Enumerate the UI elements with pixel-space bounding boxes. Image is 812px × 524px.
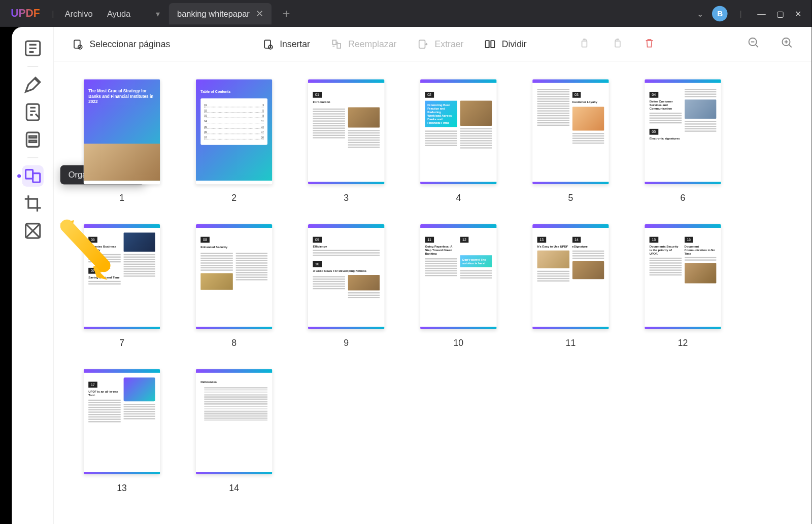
zoom-out-icon[interactable]: [747, 36, 760, 52]
page-thumb[interactable]: 02 Promoting Best Practice and Reducing …: [420, 79, 497, 202]
thumb-5: 03 Customer Loyalty: [532, 79, 609, 184]
page-grid: The Most Crucial Strategy for Banks and …: [54, 61, 812, 524]
menu-help[interactable]: Ayuda: [107, 9, 130, 18]
active-indicator: [17, 174, 21, 178]
page-number: 13: [117, 482, 127, 493]
divider: |: [52, 9, 54, 18]
select-pages-label: Seleccionar páginas: [89, 39, 170, 49]
page-thumb[interactable]: Table of Contents 013 025 038 0411 0514 …: [196, 79, 273, 202]
maximize-icon[interactable]: ▢: [776, 9, 784, 18]
window-controls: — ▢ ✕: [757, 9, 802, 18]
page-number: 5: [568, 193, 573, 203]
delete-icon[interactable]: [644, 37, 656, 51]
page-number: 4: [456, 193, 461, 203]
sidebar-separator: [27, 66, 38, 67]
thumb-13: 17 UPDF is an all-in-one Tool.: [84, 369, 160, 474]
account-chevron-icon[interactable]: ⌄: [697, 9, 704, 18]
page-thumb[interactable]: 03 Customer Loyalty 5: [532, 79, 609, 202]
divider: |: [739, 9, 741, 18]
thumb-3: 01 Introduction: [308, 79, 385, 184]
page-thumb[interactable]: The Most Crucial Strategy for Banks and …: [84, 79, 160, 202]
new-tab-button[interactable]: ＋: [280, 6, 292, 22]
split-label: Dividir: [502, 39, 527, 49]
reader-mode-icon[interactable]: [22, 38, 43, 59]
select-pages-button[interactable]: Seleccionar páginas: [72, 38, 170, 50]
svg-rect-2: [26, 132, 39, 147]
page-number: 12: [678, 338, 688, 348]
page-thumb[interactable]: 15 Documents Security is the priority of…: [645, 224, 721, 347]
thumb-10: 11 Going Paperless: A Step Toward Green …: [420, 224, 497, 329]
thumb2-title: Table of Contents: [200, 90, 267, 94]
split-button[interactable]: Dividir: [484, 38, 526, 50]
thumb-14: References: [196, 369, 273, 474]
page-number: 14: [229, 482, 239, 493]
avatar[interactable]: B: [712, 6, 728, 21]
rotate-right-icon[interactable]: [612, 37, 624, 51]
svg-rect-15: [485, 41, 489, 48]
thumb-9: 09 Efficiency 10 A Good News For Develop…: [308, 224, 385, 329]
page-thumb[interactable]: 06 Promotes Business Globally 07 Saving …: [84, 224, 160, 347]
page-thumb[interactable]: References 14: [196, 369, 273, 493]
svg-rect-13: [337, 43, 341, 48]
page-number: 11: [565, 338, 576, 348]
svg-rect-17: [582, 41, 587, 47]
crop-tool-icon[interactable]: [22, 193, 43, 214]
tab-close-icon[interactable]: ✕: [256, 8, 263, 19]
svg-rect-3: [29, 136, 36, 138]
svg-rect-4: [29, 141, 36, 143]
svg-rect-12: [332, 40, 336, 45]
page-thumb[interactable]: 08 Enhanced Security 8: [196, 224, 273, 347]
page-thumb[interactable]: 13 It's Easy to Use UPDF 14 eSignature: [532, 224, 609, 347]
close-icon[interactable]: ✕: [795, 9, 802, 18]
sidebar: Organizar páginas: [12, 27, 54, 524]
svg-rect-5: [25, 170, 32, 179]
page-thumb[interactable]: 04 Better Customer Services and Communic…: [645, 79, 721, 202]
edit-tool-icon[interactable]: [22, 101, 43, 123]
rotate-left-icon[interactable]: [579, 37, 591, 51]
sidebar-separator: [27, 157, 38, 158]
toolbar: Seleccionar páginas Insertar Reemplazar …: [54, 27, 812, 61]
replace-button[interactable]: Reemplazar: [330, 38, 396, 50]
page-thumb[interactable]: 09 Efficiency 10 A Good News For Develop…: [308, 224, 385, 347]
thumb-1: The Most Crucial Strategy for Banks and …: [84, 79, 160, 184]
svg-rect-16: [491, 41, 494, 48]
page-number: 1: [119, 193, 124, 203]
titlebar-right: ⌄ B | — ▢ ✕: [697, 6, 812, 21]
svg-rect-1: [26, 104, 39, 120]
thumb-8: 08 Enhanced Security: [196, 224, 273, 329]
organize-pages-icon[interactable]: [22, 165, 43, 187]
page-thumb[interactable]: 17 UPDF is an all-in-one Tool.: [84, 369, 160, 493]
thumb-12: 15 Documents Security is the priority of…: [645, 224, 721, 329]
grid-row: 06 Promotes Business Globally 07 Saving …: [84, 224, 782, 347]
thumb-11: 13 It's Easy to Use UPDF 14 eSignature: [532, 224, 609, 329]
app-logo: UPDF: [11, 7, 40, 20]
page-number: 9: [344, 338, 349, 348]
form-tool-icon[interactable]: [22, 129, 43, 150]
thumb-7: 06 Promotes Business Globally 07 Saving …: [84, 224, 160, 329]
minimize-icon[interactable]: —: [757, 9, 765, 18]
grid-row: 17 UPDF is an all-in-one Tool.: [84, 369, 782, 493]
page-thumb[interactable]: 11 Going Paperless: A Step Toward Green …: [420, 224, 497, 347]
watermark-tool-icon[interactable]: [22, 220, 43, 241]
thumb-6: 04 Better Customer Services and Communic…: [645, 79, 721, 184]
svg-rect-6: [32, 173, 40, 183]
page-number: 8: [231, 338, 236, 348]
tab-title: banking whitepapar: [177, 9, 250, 18]
insert-label: Insertar: [280, 39, 310, 49]
replace-label: Reemplazar: [348, 39, 396, 49]
page-number: 6: [680, 193, 685, 203]
thumb1-title: The Most Crucial Strategy for Banks and …: [88, 89, 155, 104]
app-body: Organizar páginas Seleccionar páginas In…: [12, 27, 812, 524]
titlebar: UPDF | Archivo Ayuda ▾ banking whitepapa…: [0, 0, 811, 27]
page-thumb[interactable]: 01 Introduction 3: [308, 79, 385, 202]
sidebar-item-organize: Organizar páginas: [22, 165, 43, 187]
comment-tool-icon[interactable]: [22, 74, 43, 95]
extract-button[interactable]: Extraer: [417, 38, 463, 50]
insert-button[interactable]: Insertar: [262, 38, 310, 50]
grid-row: The Most Crucial Strategy for Banks and …: [84, 79, 782, 202]
tab-document[interactable]: banking whitepapar ✕: [169, 3, 272, 24]
menu-file[interactable]: Archivo: [65, 9, 93, 18]
tab-dropdown-icon[interactable]: ▾: [150, 5, 166, 22]
svg-rect-18: [616, 41, 621, 47]
zoom-in-icon[interactable]: [781, 36, 794, 52]
